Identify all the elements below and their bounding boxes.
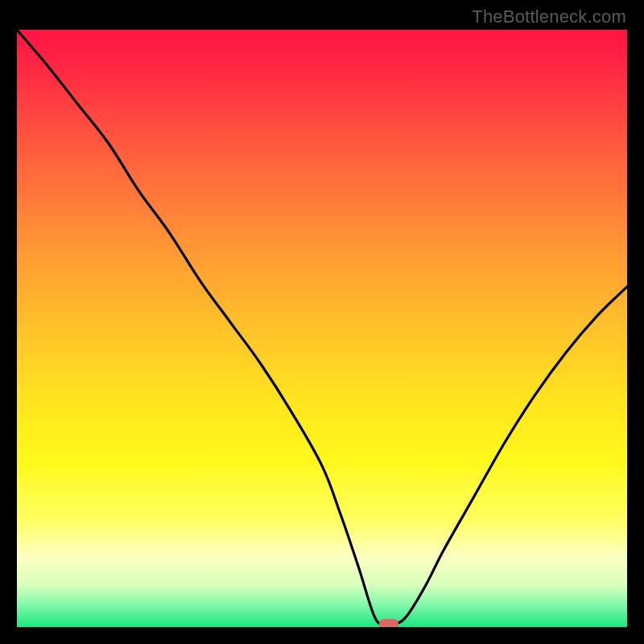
plot-area bbox=[17, 30, 627, 627]
bottleneck-marker bbox=[379, 619, 398, 627]
chart-frame: TheBottleneck.com bbox=[0, 0, 644, 644]
watermark-text: TheBottleneck.com bbox=[472, 6, 626, 27]
line-series bbox=[17, 30, 627, 627]
